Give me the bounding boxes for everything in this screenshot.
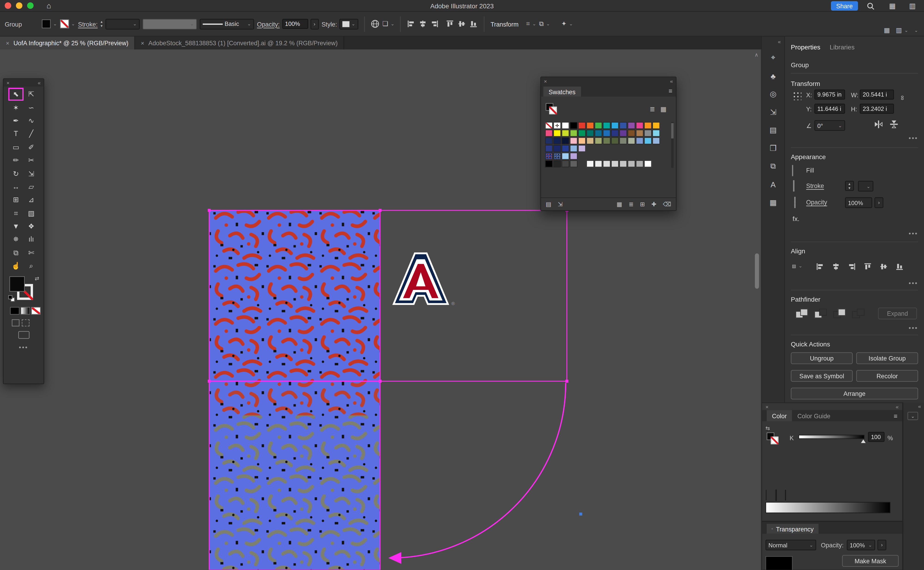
swatch[interactable] [603, 160, 610, 167]
isolate-mode-control[interactable]: ❏⌄ [382, 21, 394, 27]
swatch[interactable] [636, 130, 644, 137]
swatch[interactable] [619, 122, 627, 129]
new-folder-icon[interactable]: ⊞ [640, 201, 645, 207]
fill-swatch[interactable] [792, 165, 793, 176]
opacity-options-button[interactable]: › [875, 198, 883, 208]
edit-toolbar-icon[interactable]: ••• [3, 344, 43, 351]
swatch-libraries-icon[interactable]: ▤ [546, 201, 551, 207]
ua-logo[interactable] [394, 253, 448, 304]
expand-panels-icon[interactable]: « [778, 39, 781, 45]
swatch[interactable] [578, 137, 586, 144]
current-color-chip[interactable] [767, 432, 781, 446]
pattern-rect-top[interactable] [209, 210, 380, 381]
swatch[interactable] [644, 122, 652, 129]
swatch[interactable] [545, 130, 553, 137]
align-right-icon[interactable] [431, 19, 439, 28]
swatch[interactable] [595, 160, 602, 167]
swatch[interactable] [586, 160, 594, 167]
swatch-themes-icon[interactable]: ⇲ [558, 201, 562, 207]
attributes-panel-icon[interactable]: ◎ [770, 90, 776, 98]
rotate-tool[interactable]: ↻ [8, 167, 24, 180]
swatch[interactable] [578, 122, 586, 129]
workspace-switcher[interactable]: ▥⌄ [896, 27, 908, 34]
swatch[interactable] [644, 137, 652, 144]
stroke-swatch[interactable] [793, 180, 794, 192]
swatch[interactable] [628, 137, 635, 144]
swatches-tab[interactable]: Swatches [543, 87, 581, 97]
ungroup-button[interactable]: Ungroup [791, 352, 853, 364]
swatch[interactable] [611, 122, 619, 129]
swatch[interactable] [611, 130, 619, 137]
swatch[interactable] [636, 160, 644, 167]
type-tool[interactable]: T [8, 127, 24, 140]
align-vertical-center-icon[interactable] [879, 262, 888, 271]
scroll-up-icon[interactable]: ∧ [754, 52, 759, 58]
opacity-options-button[interactable]: › [310, 18, 319, 29]
new-color-group-icon[interactable]: ▦ [616, 201, 622, 207]
free-transform-control[interactable]: ⌗⌄ [526, 21, 536, 27]
swatch[interactable] [545, 122, 553, 129]
swatch[interactable]: ✛ [553, 122, 561, 129]
arrange-button[interactable]: Arrange [791, 388, 918, 400]
effects-button[interactable]: fx. [792, 215, 800, 222]
none-swatch[interactable] [766, 490, 767, 501]
character-panel-icon[interactable]: A [771, 180, 776, 189]
opacity-dropdown[interactable]: 100%⌄ [847, 540, 875, 550]
chevron-down-icon[interactable]: ⌄ [907, 412, 918, 420]
search-icon[interactable] [867, 2, 875, 10]
swatch[interactable] [562, 137, 569, 144]
opacity-options-button[interactable]: › [877, 540, 886, 550]
swatch-kind-menu-icon[interactable]: ≣ [628, 201, 633, 207]
align-to-dropdown[interactable]: ⧈⌄ [792, 263, 803, 269]
white-swatch[interactable] [785, 490, 786, 501]
rectangle-tool[interactable]: ▭ [8, 141, 24, 154]
curvature-tool[interactable]: ∿ [24, 114, 39, 127]
flip-vertical-icon[interactable] [890, 120, 898, 131]
share-button[interactable]: Share [831, 1, 858, 11]
swatch[interactable] [553, 153, 561, 160]
panel-layout-icon[interactable]: ▥ [909, 2, 916, 10]
swatch[interactable] [562, 145, 569, 152]
close-tab-icon[interactable]: × [6, 40, 9, 46]
swatch[interactable] [652, 122, 660, 129]
export-panel-icon[interactable]: ⇲ [770, 107, 776, 116]
document-setup-globe-icon[interactable] [371, 19, 379, 28]
swatch[interactable] [562, 130, 569, 137]
screen-mode-button[interactable] [18, 331, 29, 339]
tab-transparency[interactable]: ◦ Transparency [767, 524, 818, 534]
black-swatch[interactable] [775, 490, 777, 501]
shape-modes-control[interactable]: ⧉⌄ [539, 21, 550, 27]
more-options-icon[interactable]: ••• [909, 279, 918, 287]
smart-guides-panel-icon[interactable]: ⌖ [771, 53, 775, 63]
swatch[interactable] [636, 137, 644, 144]
draw-normal-icon[interactable] [12, 320, 19, 327]
artboards-panel-icon[interactable]: ❐ [770, 143, 777, 152]
stroke-weight-label[interactable]: Stroke: [78, 20, 98, 28]
close-panel-icon[interactable]: × [6, 80, 9, 86]
align-left-icon[interactable] [816, 262, 824, 271]
swap-fill-stroke-icon[interactable]: ⇄ [35, 276, 39, 282]
document-tab[interactable]: × AdobeStock_588138853 (1) [Converted].a… [135, 37, 344, 49]
fill-color-control[interactable]: ⌄ [42, 19, 57, 28]
libraries-panel-icon[interactable]: ⧉ [771, 161, 776, 171]
eyedropper-tool[interactable]: ▼ [8, 220, 24, 233]
swatch[interactable] [619, 130, 627, 137]
swatch[interactable] [586, 130, 594, 137]
graphic-style-dropdown[interactable]: ⌄ [339, 18, 358, 29]
swatch[interactable] [545, 145, 553, 152]
gradient-tool[interactable]: ▧ [24, 207, 39, 220]
default-colors-icon[interactable] [8, 296, 15, 302]
close-panel-icon[interactable]: × [766, 404, 769, 410]
draw-behind-icon[interactable] [22, 320, 29, 327]
link-dimensions-icon[interactable]: ∞ [899, 95, 906, 100]
swatch[interactable] [553, 145, 561, 152]
fill-swatch[interactable] [42, 19, 51, 28]
grid-view-icon[interactable]: ▦ [660, 106, 667, 113]
collapse-panel-icon[interactable]: « [670, 78, 673, 84]
y-input[interactable] [815, 104, 845, 113]
align-left-icon[interactable] [407, 19, 415, 28]
swatch[interactable] [595, 122, 602, 129]
direct-selection-tool[interactable]: ⇱ [24, 88, 39, 101]
layers-panel-icon[interactable]: ▤ [769, 126, 777, 134]
stroke-color-control[interactable]: ⌄ [60, 19, 75, 28]
